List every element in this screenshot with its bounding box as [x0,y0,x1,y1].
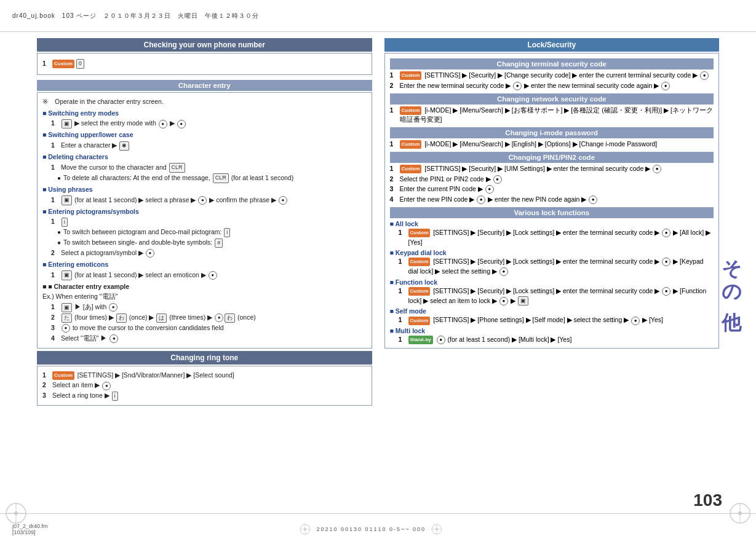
svg-point-19 [304,528,306,530]
imode-password-steps: 1 Custom [i-MODE] ▶ [iMenu/Search] ▶ [En… [390,140,714,149]
footer-center-area: 20210 00130 01110 0-5~~ 000 [299,523,443,535]
page-number: 103 [693,491,722,510]
network-security-steps: 1 Custom [i-MODE] ▶ [iMenu/Search] ▶ [お客… [390,106,714,125]
left-column: Checking your own phone number 1 Custom … [37,38,372,507]
char-entry-content: ※ Operate in the character entry screen.… [37,92,372,349]
various-lock-content: All lock 1 Custom [SETTINGS] ▶ [Security… [390,220,714,345]
char-example-heading: ■ Character entry example [42,282,367,292]
entering-picto-heading: Entering pictograms/symbols [42,207,367,217]
char-step4: 4 Select "電話" ▶ ● [51,334,367,344]
terminal-security-steps: 1 Custom [SETTINGS] ▶ [Security] ▶ [Chan… [390,71,714,91]
custom-badge: Custom [52,60,74,68]
function-lock-step1: 1 Custom [SETTINGS] ▶ [Security] ▶ [Lock… [399,286,714,306]
checking-step1: 1 Custom 0 [42,59,367,69]
char-entry-note: ※ Operate in the character entry screen. [42,97,367,107]
main-content: Checking your own phone number 1 Custom … [0,32,756,513]
all-lock-step1: 1 Custom [SETTINGS] ▶ [Security] ▶ [Lock… [399,228,714,248]
using-phrases-heading: Using phrases [42,185,367,195]
pin-code-steps: 1 Custom [SETTINGS] ▶ [Security] ▶ [UIM … [390,164,714,205]
imode-password-title: Changing i-mode password [390,127,714,138]
deleting-note: ● To delete all characters: At the end o… [57,173,367,183]
ring-tone-step1: 1 Custom [SETTINGS] ▶ [Snd/Vibrator/Mann… [42,371,367,380]
deleting-step: 1 Move the cursor to the character and C… [51,163,367,173]
pin-step2: 2 Select the PIN1 or PIN2 code ▶ ● [390,175,714,184]
checking-section-title: Checking your own phone number [37,38,372,52]
entering-picto-note2: ● To switch between single- and double-b… [57,238,367,248]
right-column: Lock/Security Changing terminal security… [384,38,720,507]
terminal-security-title: Changing terminal security code [390,58,714,69]
char-step2: 2 た (four times) ▶ わ (once) ▶ は (three t… [51,313,367,323]
footer-crosshair2 [431,523,443,535]
switching-upper-step: 1 Enter a character ▶ ✱ [51,141,367,151]
terminal-step1: 1 Custom [SETTINGS] ▶ [Security] ▶ [Chan… [390,71,714,81]
pin-step1: 1 Custom [SETTINGS] ▶ [Security] ▶ [UIM … [390,164,714,174]
keypad-lock-heading: Keypad dial lock [390,249,714,256]
imode-step1: 1 Custom [i-MODE] ▶ [iMenu/Search] ▶ [En… [390,140,714,149]
all-lock-heading: All lock [390,220,714,227]
pin-step3: 3 Enter the current PIN code ▶ ● [390,184,714,194]
self-mode-step1: 1 Custom [SETTINGS] ▶ [Phone settings] ▶… [399,315,714,325]
pin-step4: 4 Enter the new PIN code ▶ ● ▶ enter the… [390,195,714,205]
multi-lock-step1: 1 Stand-by ● (for at least 1 second) ▶ [… [399,335,714,345]
char-step3: 3 ● to move the cursor to the conversion… [51,323,367,333]
header-text: dr40_uj.book 103 ページ ２０１０年３月２３日 火曜日 午後１２… [12,12,259,20]
footer-left: j07_2_dr40.fm [103/109] [12,523,48,535]
entering-emoti-heading: Entering emoticons [42,260,367,270]
pin-code-title: Changing PIN1/PIN2 code [390,152,714,163]
entering-picto-step: 1 i [51,217,367,227]
using-phrases-step: 1 ▣ (for at least 1 second) ▶ select a p… [51,195,367,205]
self-mode-heading: Self mode [390,307,714,315]
lock-security-title: Lock/Security [384,38,720,52]
vertical-label: その他 [718,246,745,299]
switching-modes-heading: Switching entry modes [42,109,367,119]
char-example-ex: Ex.) When entering "電話" [42,292,367,302]
switching-upper-heading: Switching upper/lower case [42,130,367,140]
various-lock-title: Various lock functions [390,207,714,218]
multi-lock-heading: Multi lock [390,327,714,334]
checking-step-icon: 0 [76,59,85,69]
keypad-lock-step1: 1 Custom [SETTINGS] ▶ [Security] ▶ [Lock… [399,257,714,277]
char-step1: 1 ▣ ▶ [あ] with ● [51,302,367,312]
network-step1: 1 Custom [i-MODE] ▶ [iMenu/Search] ▶ [お客… [390,106,714,125]
lock-section-inner: Changing terminal security code 1 Custom… [385,53,719,348]
ring-tone-title: Changing ring tone [37,351,372,365]
ring-tone-step3: 3 Select a ring tone ▶ i [42,391,367,401]
network-security-title: Changing network security code [390,93,714,104]
footer-center-text: 20210 00130 01110 0-5~~ 000 [316,526,426,532]
lock-security-content: Changing terminal security code 1 Custom… [384,53,720,349]
entering-picto-note1: ● To switch between pictogram and Deco-m… [57,227,367,237]
char-entry-title: Character entry [37,80,372,91]
entering-picto-step2: 2 Select a pictogram/symbol ▶ ● [51,248,367,258]
svg-point-23 [436,528,438,530]
terminal-step2: 2 Enter the new terminal security code ▶… [390,81,714,91]
function-lock-heading: Function lock [390,278,714,286]
ring-tone-content: 1 Custom [SETTINGS] ▶ [Snd/Vibrator/Mann… [37,366,372,406]
header-bar: dr40_uj.book 103 ページ ２０１０年３月２３日 火曜日 午後１２… [0,0,756,32]
deleting-heading: Deleting characters [42,152,367,162]
checking-section-content: 1 Custom 0 [37,53,372,75]
ring-tone-step2: 2 Select an item ▶ ● [42,380,367,390]
footer-crosshair [299,523,311,535]
switching-modes-step: 1 ▣ ▶ select the entry mode with ● ▶ ● [51,119,367,128]
entering-emoti-step: 1 ▣ (for at least 1 second) ▶ select an … [51,270,367,280]
checking-step-num: 1 [42,59,51,69]
footer-bar: j07_2_dr40.fm [103/109] 20210 00130 0111… [0,513,756,544]
